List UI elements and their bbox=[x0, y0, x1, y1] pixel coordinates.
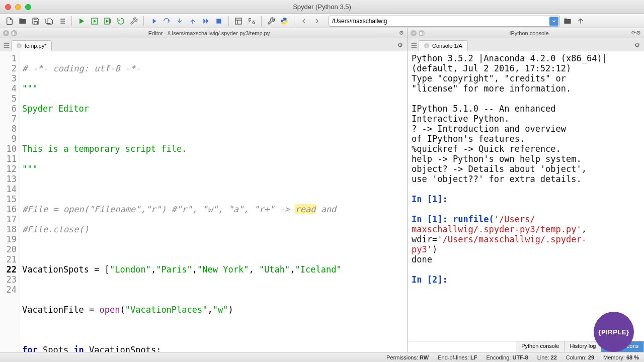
list-button[interactable] bbox=[56, 16, 67, 27]
editor-panel-title: Editor - /Users/maxschallwig/.spyder-py3… bbox=[19, 30, 399, 36]
gear-icon[interactable]: ⚙ bbox=[399, 30, 404, 36]
parent-dir-button[interactable] bbox=[575, 16, 586, 27]
status-permissions: Permissions: RW bbox=[386, 354, 429, 360]
run-button[interactable] bbox=[76, 16, 87, 27]
debug-step-over-button[interactable] bbox=[161, 16, 172, 27]
open-file-button[interactable] bbox=[17, 16, 28, 27]
window-title: Spyder (Python 3.5) bbox=[0, 3, 644, 11]
working-dir-input[interactable]: /Users/maxschallwig bbox=[329, 16, 560, 27]
svg-rect-3 bbox=[235, 18, 242, 24]
debug-step-out-button[interactable] bbox=[187, 16, 198, 27]
debug-stop-button[interactable] bbox=[213, 16, 224, 27]
editor-pane: × ◧ Editor - /Users/maxschallwig/.spyder… bbox=[0, 28, 408, 352]
undock-icon[interactable]: ◧ bbox=[11, 30, 17, 36]
close-icon[interactable]: × bbox=[411, 30, 417, 36]
back-button[interactable] bbox=[298, 16, 309, 27]
working-dir-value: /Users/maxschallwig bbox=[332, 18, 387, 25]
editor-tabbar: × temp.py* ⚙ bbox=[0, 38, 407, 51]
console-tabbar: × Console 1/A ⚙ bbox=[408, 38, 644, 51]
undock-icon[interactable]: ◧ bbox=[419, 30, 425, 36]
run-cell-button[interactable] bbox=[89, 16, 100, 27]
close-tab-icon[interactable]: × bbox=[424, 43, 429, 48]
chevron-down-icon[interactable] bbox=[549, 17, 558, 26]
layout-button[interactable] bbox=[233, 16, 244, 27]
save-all-button[interactable] bbox=[43, 16, 54, 27]
status-eol: End-of-lines: LF bbox=[438, 354, 477, 360]
run-cell-advance-button[interactable] bbox=[102, 16, 113, 27]
refresh-icon[interactable]: ⟳ bbox=[631, 30, 636, 36]
python-path-button[interactable] bbox=[279, 16, 290, 27]
gear-icon[interactable]: ⚙ bbox=[632, 40, 642, 51]
gear-icon[interactable]: ⚙ bbox=[636, 30, 641, 36]
debug-continue-button[interactable] bbox=[200, 16, 211, 27]
rerun-button[interactable] bbox=[115, 16, 126, 27]
tab-list-button[interactable] bbox=[410, 40, 419, 51]
new-file-button[interactable] bbox=[4, 16, 15, 27]
debug-step-button[interactable] bbox=[148, 16, 159, 27]
gear-icon[interactable]: ⚙ bbox=[395, 40, 405, 51]
debug-step-in-button[interactable] bbox=[174, 16, 185, 27]
window-titlebar: Spyder (Python 3.5) bbox=[0, 0, 644, 14]
tab-history-log[interactable]: History log bbox=[565, 341, 601, 352]
status-memory: Memory: 68 % bbox=[603, 354, 639, 360]
save-button[interactable] bbox=[30, 16, 41, 27]
line-gutter: 123456789101112131415161718192021222324 bbox=[0, 51, 20, 352]
console-panel-title: IPython console bbox=[427, 30, 631, 36]
code-area[interactable]: # -*- coding: utf-8 -*- """ Spyder Edito… bbox=[20, 51, 407, 352]
tab-label: temp.py* bbox=[25, 43, 46, 49]
close-icon[interactable]: × bbox=[3, 30, 9, 36]
console-panel-header: × ◧ IPython console ⟳ ⚙ bbox=[408, 28, 644, 38]
editor-panel-header: × ◧ Editor - /Users/maxschallwig/.spyder… bbox=[0, 28, 407, 38]
browse-dir-button[interactable] bbox=[562, 16, 573, 27]
close-tab-icon[interactable]: × bbox=[17, 43, 22, 48]
status-bar: Permissions: RW End-of-lines: LF Encodin… bbox=[0, 352, 644, 362]
tab-console-1a[interactable]: × Console 1/A bbox=[419, 40, 468, 51]
pirple-badge: {PIRPLE} bbox=[594, 312, 634, 352]
tab-list-button[interactable] bbox=[2, 40, 11, 51]
forward-button[interactable] bbox=[311, 16, 323, 27]
status-encoding: Encoding: UTF-8 bbox=[486, 354, 528, 360]
preferences-button[interactable] bbox=[266, 16, 277, 27]
main-toolbar: /Users/maxschallwig bbox=[0, 14, 644, 28]
config-run-button[interactable] bbox=[128, 16, 139, 27]
maximize-pane-button[interactable] bbox=[246, 16, 257, 27]
status-line: Line: 22 bbox=[537, 354, 557, 360]
code-editor[interactable]: 123456789101112131415161718192021222324 … bbox=[0, 51, 407, 352]
ipython-console[interactable]: Python 3.5.2 |Anaconda 4.2.0 (x86_64)| (… bbox=[408, 51, 644, 341]
tab-temp-py[interactable]: × temp.py* bbox=[11, 40, 52, 51]
svg-rect-2 bbox=[216, 19, 221, 23]
status-column: Column: 29 bbox=[566, 354, 594, 360]
tab-python-console[interactable]: Python console bbox=[516, 341, 565, 352]
tab-label: Console 1/A bbox=[432, 43, 462, 49]
console-pane: × ◧ IPython console ⟳ ⚙ × Console 1/A ⚙ … bbox=[408, 28, 644, 352]
